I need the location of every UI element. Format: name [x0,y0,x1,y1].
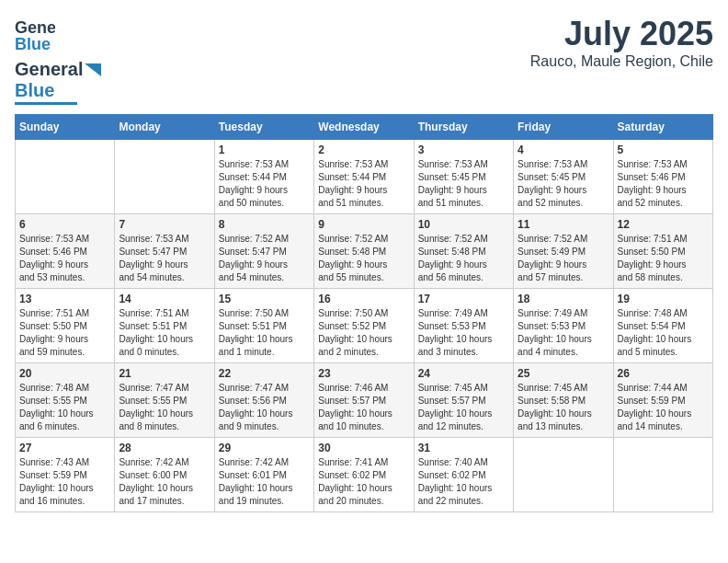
day-number: 22 [219,367,310,380]
calendar-week-row-1: 6Sunrise: 7:53 AM Sunset: 5:46 PM Daylig… [16,214,713,289]
day-detail: Sunrise: 7:42 AM Sunset: 6:01 PM Dayligh… [219,456,310,508]
col-monday: Monday [115,115,214,140]
calendar-cell: 29Sunrise: 7:42 AM Sunset: 6:01 PM Dayli… [214,438,313,512]
day-number: 7 [119,218,210,231]
day-detail: Sunrise: 7:52 AM Sunset: 5:49 PM Dayligh… [518,233,609,284]
day-number: 18 [518,293,609,305]
calendar-cell: 28Sunrise: 7:42 AM Sunset: 6:00 PM Dayli… [115,438,214,512]
calendar-cell: 27Sunrise: 7:43 AM Sunset: 5:59 PM Dayli… [16,438,115,512]
day-number: 10 [418,218,509,231]
calendar-week-row-3: 20Sunrise: 7:48 AM Sunset: 5:55 PM Dayli… [16,363,713,438]
calendar-cell: 8Sunrise: 7:52 AM Sunset: 5:47 PM Daylig… [214,214,313,289]
month-title: July 2025 [530,15,713,53]
calendar-cell: 21Sunrise: 7:47 AM Sunset: 5:55 PM Dayli… [115,363,214,438]
svg-text:Blue: Blue [15,35,51,53]
calendar-week-row-0: 1Sunrise: 7:53 AM Sunset: 5:44 PM Daylig… [16,140,713,214]
calendar-week-row-2: 13Sunrise: 7:51 AM Sunset: 5:50 PM Dayli… [16,289,713,363]
day-number: 14 [119,293,210,305]
day-number: 9 [318,218,409,231]
svg-text:General: General [15,18,55,37]
day-number: 4 [518,144,609,156]
day-number: 31 [418,442,509,454]
calendar-cell: 25Sunrise: 7:45 AM Sunset: 5:58 PM Dayli… [514,363,613,438]
day-detail: Sunrise: 7:53 AM Sunset: 5:44 PM Dayligh… [219,158,310,210]
calendar-cell [115,140,214,214]
day-detail: Sunrise: 7:51 AM Sunset: 5:51 PM Dayligh… [119,307,210,359]
day-detail: Sunrise: 7:45 AM Sunset: 5:58 PM Dayligh… [518,382,609,433]
calendar-cell: 1Sunrise: 7:53 AM Sunset: 5:44 PM Daylig… [214,140,313,214]
calendar-header-row: Sunday Monday Tuesday Wednesday Thursday… [16,115,713,140]
day-number: 30 [318,442,409,454]
calendar-cell: 4Sunrise: 7:53 AM Sunset: 5:45 PM Daylig… [514,140,613,214]
day-detail: Sunrise: 7:49 AM Sunset: 5:53 PM Dayligh… [418,307,509,359]
day-detail: Sunrise: 7:53 AM Sunset: 5:45 PM Dayligh… [518,158,609,210]
day-detail: Sunrise: 7:53 AM Sunset: 5:46 PM Dayligh… [19,233,110,284]
calendar-cell: 31Sunrise: 7:40 AM Sunset: 6:02 PM Dayli… [414,438,513,512]
day-detail: Sunrise: 7:42 AM Sunset: 6:00 PM Dayligh… [119,456,210,508]
title-block: July 2025 Rauco, Maule Region, Chile [530,15,713,70]
day-number: 15 [219,293,310,305]
calendar-cell: 10Sunrise: 7:52 AM Sunset: 5:48 PM Dayli… [414,214,513,289]
logo-arrow-icon [85,63,101,76]
day-detail: Sunrise: 7:50 AM Sunset: 5:51 PM Dayligh… [219,307,310,359]
day-number: 20 [19,367,110,380]
day-number: 27 [19,442,110,454]
svg-marker-3 [85,63,101,76]
day-detail: Sunrise: 7:50 AM Sunset: 5:52 PM Dayligh… [318,307,409,359]
day-number: 12 [618,218,709,231]
day-number: 23 [318,367,409,380]
day-number: 17 [418,293,509,305]
day-detail: Sunrise: 7:51 AM Sunset: 5:50 PM Dayligh… [618,233,709,284]
logo-underline [15,102,77,105]
day-detail: Sunrise: 7:47 AM Sunset: 5:56 PM Dayligh… [219,382,310,433]
calendar-cell: 5Sunrise: 7:53 AM Sunset: 5:46 PM Daylig… [613,140,712,214]
logo: General Blue General Blue [15,15,107,105]
calendar-cell: 15Sunrise: 7:50 AM Sunset: 5:51 PM Dayli… [214,289,313,363]
day-detail: Sunrise: 7:44 AM Sunset: 5:59 PM Dayligh… [618,382,709,433]
calendar-cell: 26Sunrise: 7:44 AM Sunset: 5:59 PM Dayli… [613,363,712,438]
day-number: 29 [219,442,310,454]
day-number: 11 [518,218,609,231]
calendar-cell: 19Sunrise: 7:48 AM Sunset: 5:54 PM Dayli… [613,289,712,363]
day-detail: Sunrise: 7:52 AM Sunset: 5:48 PM Dayligh… [318,233,409,284]
day-number: 13 [19,293,110,305]
col-wednesday: Wednesday [314,115,414,140]
calendar-cell: 16Sunrise: 7:50 AM Sunset: 5:52 PM Dayli… [314,289,414,363]
day-detail: Sunrise: 7:53 AM Sunset: 5:46 PM Dayligh… [618,158,709,210]
calendar-cell: 14Sunrise: 7:51 AM Sunset: 5:51 PM Dayli… [115,289,214,363]
calendar-cell [514,438,613,512]
calendar-cell: 9Sunrise: 7:52 AM Sunset: 5:48 PM Daylig… [314,214,414,289]
day-number: 16 [318,293,409,305]
calendar-cell: 17Sunrise: 7:49 AM Sunset: 5:53 PM Dayli… [414,289,513,363]
day-detail: Sunrise: 7:40 AM Sunset: 6:02 PM Dayligh… [418,456,509,508]
day-detail: Sunrise: 7:52 AM Sunset: 5:47 PM Dayligh… [219,233,310,284]
calendar-cell: 13Sunrise: 7:51 AM Sunset: 5:50 PM Dayli… [16,289,115,363]
day-detail: Sunrise: 7:49 AM Sunset: 5:53 PM Dayligh… [518,307,609,359]
day-number: 28 [119,442,210,454]
day-detail: Sunrise: 7:45 AM Sunset: 5:57 PM Dayligh… [418,382,509,433]
calendar-cell: 11Sunrise: 7:52 AM Sunset: 5:49 PM Dayli… [514,214,613,289]
col-thursday: Thursday [414,115,513,140]
day-number: 21 [119,367,210,380]
calendar-cell: 22Sunrise: 7:47 AM Sunset: 5:56 PM Dayli… [214,363,313,438]
day-number: 19 [618,293,709,305]
calendar-cell: 6Sunrise: 7:53 AM Sunset: 5:46 PM Daylig… [16,214,115,289]
logo-blue: Blue [15,80,54,101]
calendar-cell: 20Sunrise: 7:48 AM Sunset: 5:55 PM Dayli… [16,363,115,438]
calendar-cell [16,140,115,214]
day-detail: Sunrise: 7:53 AM Sunset: 5:45 PM Dayligh… [418,158,509,210]
day-detail: Sunrise: 7:47 AM Sunset: 5:55 PM Dayligh… [119,382,210,433]
calendar-week-row-4: 27Sunrise: 7:43 AM Sunset: 5:59 PM Dayli… [16,438,713,512]
day-number: 5 [618,144,709,156]
day-detail: Sunrise: 7:48 AM Sunset: 5:55 PM Dayligh… [19,382,110,433]
calendar-cell: 3Sunrise: 7:53 AM Sunset: 5:45 PM Daylig… [414,140,513,214]
col-saturday: Saturday [613,115,712,140]
calendar-table: Sunday Monday Tuesday Wednesday Thursday… [15,114,713,512]
day-detail: Sunrise: 7:53 AM Sunset: 5:47 PM Dayligh… [119,233,210,284]
day-detail: Sunrise: 7:41 AM Sunset: 6:02 PM Dayligh… [318,456,409,508]
day-number: 8 [219,218,310,231]
day-number: 6 [19,218,110,231]
day-number: 26 [618,367,709,380]
logo-icon: General Blue [15,15,55,55]
calendar-cell [613,438,712,512]
